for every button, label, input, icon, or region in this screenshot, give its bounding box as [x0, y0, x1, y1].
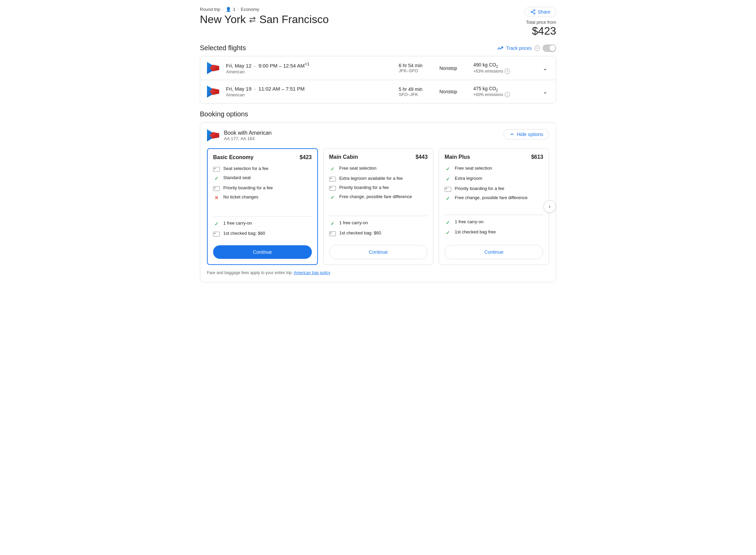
co2-info-icon[interactable]: i — [505, 92, 510, 97]
x-icon: ✕ — [213, 194, 220, 201]
feature-item: 1st checked bag: $60 — [329, 230, 428, 236]
co2-emissions: +60% emissions i — [473, 92, 534, 97]
check-icon: ✓ — [445, 219, 451, 226]
fare-features: ✓ Free seat selection Extra legroom avai… — [329, 166, 428, 206]
fee-icon — [329, 177, 336, 181]
feature-item: 1st checked bag: $60 — [213, 231, 312, 236]
person-icon: 👤 — [226, 7, 231, 12]
booking-airline-logo — [207, 129, 219, 141]
feature-text: Extra legroom — [455, 176, 482, 181]
feature-item: Priority boarding for a fee — [445, 186, 543, 192]
check-icon: ✓ — [445, 176, 451, 183]
feature-text: Priority boarding for a fee — [223, 185, 273, 190]
feature-text: 1 free carry-on — [339, 220, 368, 225]
feature-text: 1st checked bag: $60 — [339, 230, 381, 235]
total-label: Total price from — [525, 20, 556, 25]
flight-expand-button[interactable]: ⌄ — [541, 63, 549, 73]
booking-flight-numbers: AA 177, AA 164 — [224, 136, 272, 141]
feature-item: Seat selection for a fee — [213, 166, 312, 172]
feature-text: Standard seat — [223, 175, 251, 180]
feature-item: ✓ 1 free carry-on — [445, 219, 543, 226]
trip-type: Round trip — [200, 7, 220, 12]
track-prices-label[interactable]: Track prices — [506, 45, 532, 51]
hide-options-button[interactable]: Hide options — [504, 129, 549, 139]
flights-container: Fri, May 12 · 9:00 PM – 12:54 AM+1 Ameri… — [200, 56, 556, 103]
fee-icon — [213, 186, 220, 191]
feature-text: 1 free carry-on — [223, 221, 252, 226]
feature-item: ✓ 1 free carry-on — [329, 220, 428, 227]
fare-price: $443 — [416, 154, 428, 160]
booking-airline-name: Book with American — [224, 130, 272, 136]
feature-item: ✓ Free seat selection — [445, 166, 543, 172]
feature-text: 1 free carry-on — [455, 219, 484, 224]
trip-meta: Round trip · 👤 1 · Economy — [200, 7, 329, 12]
track-prices-area: Track prices i — [497, 44, 556, 52]
airline-logo — [207, 62, 219, 74]
fare-columns: Basic Economy $423 Seat selection for a … — [207, 148, 549, 265]
divider — [445, 215, 543, 215]
share-button[interactable]: Share — [525, 7, 556, 17]
hide-options-label: Hide options — [517, 132, 543, 137]
next-fares-button[interactable]: › — [544, 200, 556, 213]
svg-line-4 — [532, 11, 534, 12]
continue-button-basic[interactable]: Continue — [213, 245, 312, 259]
booking-airline-info: Book with American AA 177, AA 164 — [207, 129, 272, 141]
continue-button-main-cabin[interactable]: Continue — [329, 245, 428, 259]
feature-item: Extra legroom available for a fee — [329, 176, 428, 181]
origin-city: New York — [200, 13, 246, 26]
flight-details: Fri, May 19 · 11:02 AM – 7:51 PM America… — [226, 86, 392, 97]
fare-header: Main Cabin $443 — [329, 154, 428, 160]
feature-item: ✓ Free change, possible fare difference — [445, 195, 543, 202]
flight-airline: American — [226, 69, 392, 74]
feature-text: Free seat selection — [455, 166, 492, 171]
feature-item: ✓ Free seat selection — [329, 166, 428, 172]
bag-policy-link[interactable]: American bag policy — [294, 270, 330, 275]
booking-airline-text: Book with American AA 177, AA 164 — [224, 130, 272, 141]
fee-icon — [213, 167, 220, 172]
flight-airline: American — [226, 92, 392, 97]
feature-text: Priority boarding for a fee — [455, 186, 504, 191]
duration-route: SFO–JFK — [399, 92, 433, 97]
baggage-section: ✓ 1 free carry-on 1st checked bag: $60 — [213, 221, 312, 240]
fare-header: Main Plus $613 — [445, 154, 543, 160]
track-prices-toggle[interactable] — [543, 44, 556, 52]
track-prices-icon — [497, 45, 503, 51]
route-title: New York ⇄ San Francisco — [200, 13, 329, 26]
duration-route: JFK–SFO — [399, 68, 433, 73]
flight-details: Fri, May 12 · 9:00 PM – 12:54 AM+1 Ameri… — [226, 62, 392, 74]
feature-item: ✓ Free change, possible fare difference — [329, 194, 428, 201]
duration-time: 6 hr 54 min — [399, 63, 433, 68]
divider — [329, 216, 428, 216]
fee-icon — [445, 187, 451, 192]
fee-icon — [329, 231, 336, 236]
check-icon: ✓ — [445, 195, 451, 202]
feature-text: Free change, possible fare difference — [455, 195, 527, 200]
feature-item: ✕ No ticket changes — [213, 194, 312, 201]
fare-name: Main Cabin — [329, 154, 358, 160]
flight-time: 9:00 PM – 12:54 AM — [259, 63, 305, 69]
feature-text: Free change, possible fare difference — [339, 194, 412, 199]
check-icon: ✓ — [213, 175, 220, 182]
chevron-up-icon — [509, 132, 515, 137]
flight-datetime: Fri, May 19 · 11:02 AM – 7:51 PM — [226, 86, 392, 92]
fare-features: ✓ Free seat selection ✓ Extra legroom Pr… — [445, 166, 543, 205]
track-prices-info-icon[interactable]: i — [534, 45, 540, 51]
co2-info-icon[interactable]: i — [505, 69, 510, 74]
feature-item: ✓ 1 free carry-on — [213, 221, 312, 227]
feature-text: Priority boarding for a fee — [339, 185, 389, 190]
booking-header: Book with American AA 177, AA 164 Hide o… — [207, 129, 549, 141]
continue-button-main-plus[interactable]: Continue — [445, 245, 543, 259]
selected-flights-title: Selected flights — [200, 44, 246, 52]
flight-stops: Nonstop — [439, 89, 467, 94]
svg-point-0 — [534, 9, 535, 11]
feature-text: Extra legroom available for a fee — [339, 176, 403, 181]
booking-options-header: Booking options — [200, 110, 556, 118]
flight-expand-button[interactable]: ⌄ — [541, 87, 549, 97]
total-price: $423 — [525, 25, 556, 37]
destination-city: San Francisco — [259, 13, 329, 26]
airline-logo — [207, 85, 219, 98]
flight-co2: 475 kg CO2 +60% emissions i — [473, 86, 534, 98]
flight-row: Fri, May 19 · 11:02 AM – 7:51 PM America… — [200, 80, 556, 103]
booking-card: Book with American AA 177, AA 164 Hide o… — [200, 122, 556, 282]
co2-emissions: +63% emissions i — [473, 69, 534, 74]
